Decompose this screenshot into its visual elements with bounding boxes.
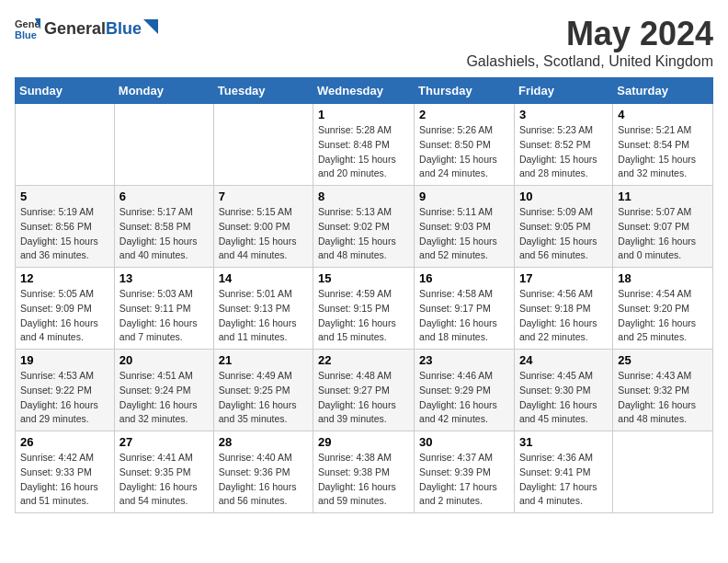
day-number: 27 bbox=[119, 435, 209, 449]
logo-blue-text: Blue bbox=[106, 20, 142, 37]
day-info: Sunrise: 4:45 AMSunset: 9:30 PMDaylight:… bbox=[519, 369, 608, 427]
day-info: Sunrise: 5:23 AMSunset: 8:52 PMDaylight:… bbox=[519, 123, 608, 181]
day-info: Sunrise: 4:43 AMSunset: 9:32 PMDaylight:… bbox=[618, 369, 708, 427]
calendar-cell: 14Sunrise: 5:01 AMSunset: 9:13 PMDayligh… bbox=[213, 268, 313, 350]
calendar-cell: 8Sunrise: 5:13 AMSunset: 9:02 PMDaylight… bbox=[313, 186, 415, 268]
logo-icon: General Blue bbox=[15, 15, 40, 40]
day-info: Sunrise: 5:11 AMSunset: 9:03 PMDaylight:… bbox=[419, 205, 509, 263]
calendar-cell: 2Sunrise: 5:26 AMSunset: 8:50 PMDaylight… bbox=[415, 104, 515, 186]
logo-general-text: General bbox=[44, 20, 106, 37]
calendar-cell: 1Sunrise: 5:28 AMSunset: 8:48 PMDaylight… bbox=[313, 104, 415, 186]
day-number: 24 bbox=[519, 353, 608, 367]
calendar-cell: 27Sunrise: 4:41 AMSunset: 9:35 PMDayligh… bbox=[114, 431, 213, 513]
week-row-3: 12Sunrise: 5:05 AMSunset: 9:09 PMDayligh… bbox=[16, 268, 713, 350]
day-info: Sunrise: 5:17 AMSunset: 8:58 PMDaylight:… bbox=[119, 205, 209, 263]
day-number: 3 bbox=[519, 108, 608, 121]
day-info: Sunrise: 5:13 AMSunset: 9:02 PMDaylight:… bbox=[318, 205, 409, 263]
day-info: Sunrise: 4:40 AMSunset: 9:36 PMDaylight:… bbox=[219, 451, 308, 509]
day-number: 21 bbox=[219, 353, 308, 367]
calendar-cell: 31Sunrise: 4:36 AMSunset: 9:41 PMDayligh… bbox=[514, 431, 612, 513]
day-number: 1 bbox=[318, 108, 409, 121]
calendar-cell: 20Sunrise: 4:51 AMSunset: 9:24 PMDayligh… bbox=[114, 350, 213, 431]
calendar-cell bbox=[114, 104, 213, 186]
day-number: 4 bbox=[618, 108, 708, 121]
calendar-cell: 16Sunrise: 4:58 AMSunset: 9:17 PMDayligh… bbox=[415, 268, 515, 350]
day-number: 11 bbox=[618, 190, 708, 203]
day-number: 20 bbox=[119, 353, 209, 367]
calendar-cell: 21Sunrise: 4:49 AMSunset: 9:25 PMDayligh… bbox=[213, 350, 313, 431]
svg-text:Blue: Blue bbox=[15, 29, 37, 40]
day-number: 14 bbox=[219, 271, 308, 285]
day-number: 16 bbox=[419, 271, 509, 285]
calendar-cell: 13Sunrise: 5:03 AMSunset: 9:11 PMDayligh… bbox=[114, 268, 213, 350]
day-number: 13 bbox=[119, 271, 209, 285]
header-wednesday: Wednesday bbox=[313, 78, 415, 104]
calendar-cell: 3Sunrise: 5:23 AMSunset: 8:52 PMDaylight… bbox=[514, 104, 612, 186]
day-info: Sunrise: 4:49 AMSunset: 9:25 PMDaylight:… bbox=[219, 369, 308, 427]
calendar-table: SundayMondayTuesdayWednesdayThursdayFrid… bbox=[15, 77, 713, 513]
svg-marker-3 bbox=[143, 19, 158, 34]
day-number: 23 bbox=[419, 353, 509, 367]
header-row: SundayMondayTuesdayWednesdayThursdayFrid… bbox=[16, 78, 713, 104]
calendar-cell: 28Sunrise: 4:40 AMSunset: 9:36 PMDayligh… bbox=[213, 431, 313, 513]
day-info: Sunrise: 5:07 AMSunset: 9:07 PMDaylight:… bbox=[618, 205, 708, 263]
calendar-cell: 18Sunrise: 4:54 AMSunset: 9:20 PMDayligh… bbox=[613, 268, 713, 350]
day-number: 31 bbox=[519, 435, 608, 449]
calendar-cell: 15Sunrise: 4:59 AMSunset: 9:15 PMDayligh… bbox=[313, 268, 415, 350]
week-row-5: 26Sunrise: 4:42 AMSunset: 9:33 PMDayligh… bbox=[16, 431, 713, 513]
day-info: Sunrise: 5:09 AMSunset: 9:05 PMDaylight:… bbox=[519, 205, 608, 263]
calendar-cell: 5Sunrise: 5:19 AMSunset: 8:56 PMDaylight… bbox=[16, 186, 115, 268]
day-info: Sunrise: 4:58 AMSunset: 9:17 PMDaylight:… bbox=[419, 287, 509, 345]
calendar-cell: 22Sunrise: 4:48 AMSunset: 9:27 PMDayligh… bbox=[313, 350, 415, 431]
calendar-cell: 19Sunrise: 4:53 AMSunset: 9:22 PMDayligh… bbox=[16, 350, 115, 431]
day-info: Sunrise: 4:42 AMSunset: 9:33 PMDaylight:… bbox=[20, 451, 109, 509]
day-number: 26 bbox=[20, 435, 109, 449]
day-info: Sunrise: 5:01 AMSunset: 9:13 PMDaylight:… bbox=[219, 287, 308, 345]
calendar-cell: 23Sunrise: 4:46 AMSunset: 9:29 PMDayligh… bbox=[415, 350, 515, 431]
day-number: 10 bbox=[519, 190, 608, 203]
day-number: 7 bbox=[219, 190, 308, 203]
logo-arrow-icon bbox=[143, 19, 158, 34]
day-number: 19 bbox=[20, 353, 109, 367]
calendar-cell: 4Sunrise: 5:21 AMSunset: 8:54 PMDaylight… bbox=[613, 104, 713, 186]
calendar-cell: 26Sunrise: 4:42 AMSunset: 9:33 PMDayligh… bbox=[16, 431, 115, 513]
week-row-2: 5Sunrise: 5:19 AMSunset: 8:56 PMDaylight… bbox=[16, 186, 713, 268]
day-info: Sunrise: 4:38 AMSunset: 9:38 PMDaylight:… bbox=[318, 451, 409, 509]
day-info: Sunrise: 4:41 AMSunset: 9:35 PMDaylight:… bbox=[119, 451, 209, 509]
day-info: Sunrise: 4:36 AMSunset: 9:41 PMDaylight:… bbox=[519, 451, 608, 509]
day-number: 12 bbox=[20, 271, 109, 285]
day-info: Sunrise: 5:15 AMSunset: 9:00 PMDaylight:… bbox=[219, 205, 308, 263]
day-info: Sunrise: 4:37 AMSunset: 9:39 PMDaylight:… bbox=[419, 451, 509, 509]
calendar-cell bbox=[16, 104, 115, 186]
calendar-cell: 30Sunrise: 4:37 AMSunset: 9:39 PMDayligh… bbox=[415, 431, 515, 513]
calendar-cell: 11Sunrise: 5:07 AMSunset: 9:07 PMDayligh… bbox=[613, 186, 713, 268]
header-thursday: Thursday bbox=[415, 78, 515, 104]
day-number: 18 bbox=[618, 271, 708, 285]
day-info: Sunrise: 5:19 AMSunset: 8:56 PMDaylight:… bbox=[20, 205, 109, 263]
calendar-title: May 2024 bbox=[466, 15, 713, 53]
day-number: 15 bbox=[318, 271, 409, 285]
day-info: Sunrise: 5:28 AMSunset: 8:48 PMDaylight:… bbox=[318, 123, 409, 181]
day-info: Sunrise: 5:21 AMSunset: 8:54 PMDaylight:… bbox=[618, 123, 708, 181]
calendar-cell: 6Sunrise: 5:17 AMSunset: 8:58 PMDaylight… bbox=[114, 186, 213, 268]
day-info: Sunrise: 5:05 AMSunset: 9:09 PMDaylight:… bbox=[20, 287, 109, 345]
calendar-cell: 9Sunrise: 5:11 AMSunset: 9:03 PMDaylight… bbox=[415, 186, 515, 268]
header-tuesday: Tuesday bbox=[213, 78, 313, 104]
day-info: Sunrise: 4:46 AMSunset: 9:29 PMDaylight:… bbox=[419, 369, 509, 427]
day-number: 28 bbox=[219, 435, 308, 449]
day-number: 2 bbox=[419, 108, 509, 121]
day-number: 6 bbox=[119, 190, 209, 203]
day-number: 8 bbox=[318, 190, 409, 203]
day-info: Sunrise: 5:26 AMSunset: 8:50 PMDaylight:… bbox=[419, 123, 509, 181]
day-info: Sunrise: 5:03 AMSunset: 9:11 PMDaylight:… bbox=[119, 287, 209, 345]
day-number: 17 bbox=[519, 271, 608, 285]
calendar-cell: 29Sunrise: 4:38 AMSunset: 9:38 PMDayligh… bbox=[313, 431, 415, 513]
calendar-cell: 12Sunrise: 5:05 AMSunset: 9:09 PMDayligh… bbox=[16, 268, 115, 350]
week-row-1: 1Sunrise: 5:28 AMSunset: 8:48 PMDaylight… bbox=[16, 104, 713, 186]
day-info: Sunrise: 4:54 AMSunset: 9:20 PMDaylight:… bbox=[618, 287, 708, 345]
calendar-subtitle: Galashiels, Scotland, United Kingdom bbox=[466, 53, 713, 70]
day-info: Sunrise: 4:53 AMSunset: 9:22 PMDaylight:… bbox=[20, 369, 109, 427]
day-number: 9 bbox=[419, 190, 509, 203]
calendar-cell: 25Sunrise: 4:43 AMSunset: 9:32 PMDayligh… bbox=[613, 350, 713, 431]
title-area: May 2024 Galashiels, Scotland, United Ki… bbox=[466, 15, 713, 70]
